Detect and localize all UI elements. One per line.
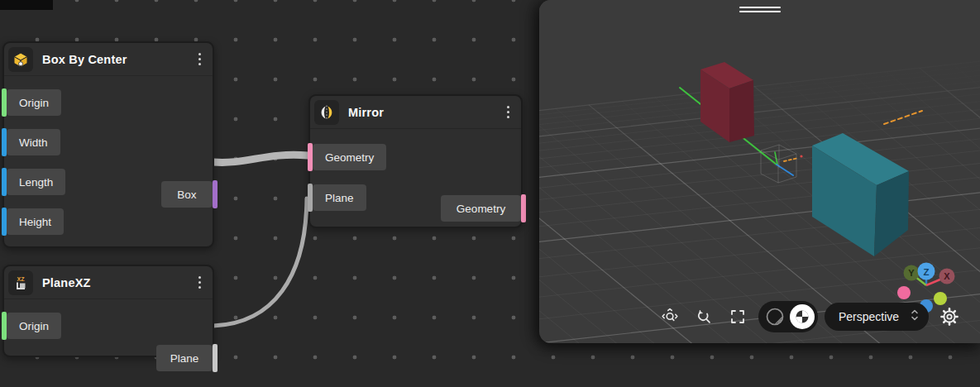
box-by-center-icon [8, 47, 33, 72]
up-down-chevron-icon [911, 308, 919, 326]
port-label: Height [19, 216, 51, 228]
viewport-scene: Y X Z [539, 0, 980, 343]
fullscreen-icon[interactable] [729, 308, 747, 326]
output-port-box[interactable]: Box [161, 181, 213, 208]
input-port-width[interactable]: Width [7, 129, 60, 155]
topleft-bar [0, 0, 53, 10]
port-label: Geometry [457, 203, 505, 215]
kebab-menu-icon[interactable] [504, 103, 514, 122]
node-planexz[interactable]: XZ PlaneXZ Origin Plane [2, 265, 214, 357]
kebab-menu-icon[interactable] [195, 273, 205, 293]
shading-toggle[interactable] [758, 301, 818, 332]
port-color-bar [213, 180, 218, 208]
port-label: Length [19, 176, 53, 189]
node-header[interactable]: XZ PlaneXZ [4, 266, 213, 299]
plane-xz-icon-label: XZ [17, 275, 26, 281]
gizmo-negative-x-dot[interactable] [897, 286, 911, 299]
port-label: Box [177, 189, 196, 201]
input-port-plane[interactable]: Plane [313, 184, 366, 211]
node-title: Mirror [348, 106, 384, 119]
port-color-bar [308, 184, 313, 212]
output-port-geometry[interactable]: Geometry [441, 195, 521, 222]
input-port-geometry[interactable]: Geometry [313, 144, 386, 170]
camera-mode-value: Perspective [839, 310, 899, 323]
zoom-selected-icon[interactable] [695, 308, 713, 326]
grid-horizon-fade [539, 0, 980, 174]
drag-handle-icon[interactable] [739, 7, 781, 15]
viewport-toolbar: Perspective [661, 301, 959, 332]
input-port-origin[interactable]: Origin [7, 313, 61, 339]
gizmo-x-label: X [944, 271, 950, 281]
gizmo-y-label: Y [908, 268, 915, 278]
gizmo-z-label: Z [923, 267, 929, 277]
gear-icon[interactable] [939, 307, 959, 327]
node-mirror[interactable]: Mirror Geometry Plane Geometry [308, 94, 523, 228]
kebab-menu-icon[interactable] [195, 50, 205, 69]
port-color-bar [2, 208, 7, 236]
node-title: PlaneXZ [42, 276, 91, 289]
node-title: Box By Center [42, 53, 127, 66]
input-port-origin[interactable]: Origin [7, 89, 61, 116]
port-color-bar [2, 88, 7, 117]
port-color-bar [308, 143, 313, 171]
world-axis-lines [680, 88, 922, 175]
scene-object-source-box[interactable] [812, 133, 909, 256]
port-label: Plane [325, 192, 354, 204]
viewport-grid [539, 0, 980, 343]
gizmo-x-ball[interactable] [939, 269, 955, 284]
port-color-bar [2, 128, 7, 156]
port-label: Width [19, 136, 48, 149]
port-label: Origin [19, 320, 49, 332]
viewport-3d[interactable]: Y X Z [539, 0, 980, 343]
port-color-bar [213, 344, 218, 372]
pan-zoom-icon[interactable] [661, 308, 679, 326]
app-window: Box By Center Origin Width Length Height… [0, 0, 980, 387]
shaded-sphere-icon[interactable] [790, 304, 815, 329]
plane-xz-icon: XZ [8, 270, 33, 295]
wireframe-sphere-icon[interactable] [764, 306, 786, 327]
output-port-plane[interactable]: Plane [156, 345, 213, 371]
port-label: Origin [19, 97, 49, 109]
port-color-bar [2, 168, 7, 196]
scene-object-mirrored-box[interactable] [700, 62, 754, 142]
gizmo-y-ball[interactable] [904, 265, 920, 281]
port-label: Plane [170, 352, 199, 365]
node-box-by-center[interactable]: Box By Center Origin Width Length Height… [2, 41, 214, 248]
camera-mode-select[interactable]: Perspective [825, 303, 929, 331]
origin-wireframe-box [761, 145, 796, 183]
input-port-height[interactable]: Height [7, 208, 64, 235]
port-label: Geometry [325, 151, 374, 164]
input-port-length[interactable]: Length [7, 169, 65, 195]
mirror-icon [314, 100, 339, 125]
port-color-bar [2, 312, 7, 340]
gizmo-z-ball[interactable] [918, 263, 935, 280]
port-color-bar [521, 194, 526, 222]
node-header[interactable]: Box By Center [4, 43, 213, 76]
node-header[interactable]: Mirror [310, 96, 521, 129]
